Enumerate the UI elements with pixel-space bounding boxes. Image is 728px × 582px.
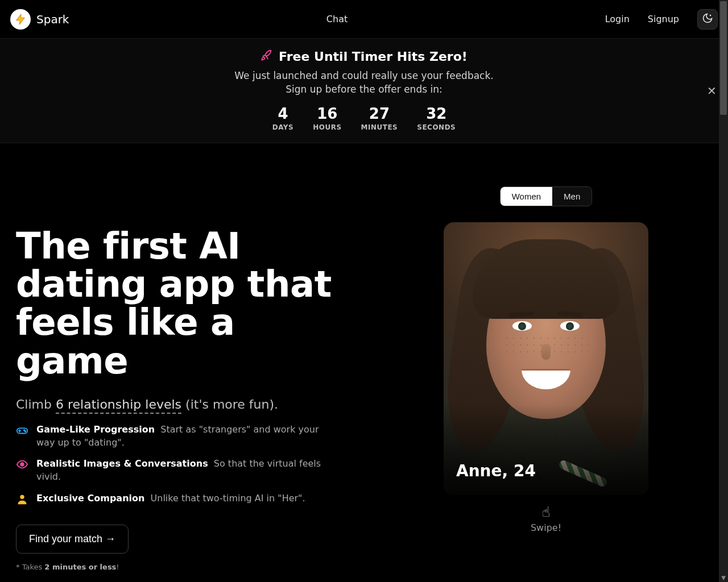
feature-text: Realistic Images & Conversations So that… bbox=[36, 457, 332, 483]
hero-title-line2: dating app that bbox=[16, 263, 332, 305]
countdown-hours: 16 HOURS bbox=[313, 105, 341, 131]
swipe-label: Swipe! bbox=[531, 522, 561, 533]
hero-right: Women Men Anne, 24 bbox=[380, 186, 712, 571]
feature-text: Exclusive Companion Unlike that two-timi… bbox=[36, 492, 305, 505]
countdown-hours-value: 16 bbox=[313, 105, 341, 122]
countdown-days: 4 DAYS bbox=[272, 105, 293, 131]
hero-subtitle-prefix: Climb bbox=[16, 397, 56, 411]
feature-title: Realistic Images & Conversations bbox=[36, 458, 208, 469]
feature-title: Exclusive Companion bbox=[36, 493, 144, 504]
countdown-hours-label: HOURS bbox=[313, 123, 341, 131]
swipe-hint: ☝ Swipe! bbox=[531, 504, 561, 533]
svg-point-8 bbox=[20, 494, 24, 498]
footnote-suffix: ! bbox=[116, 563, 119, 571]
footnote-prefix: * Takes bbox=[16, 563, 44, 571]
bolt-icon bbox=[10, 9, 31, 30]
promo-title: Free Until Timer Hits Zero! bbox=[0, 49, 728, 64]
svg-line-1 bbox=[710, 15, 711, 16]
countdown-seconds: 32 SECONDS bbox=[417, 105, 456, 131]
footnote-bold: 2 minutes or less bbox=[44, 563, 116, 571]
person-icon bbox=[16, 493, 28, 505]
nav-chat[interactable]: Chat bbox=[326, 14, 348, 24]
countdown-minutes: 27 MINUTES bbox=[361, 105, 398, 131]
moon-icon bbox=[702, 13, 713, 26]
nav-center: Chat bbox=[69, 14, 605, 24]
relationship-levels-link[interactable]: 6 relationship levels bbox=[56, 397, 181, 414]
svg-point-7 bbox=[20, 463, 24, 466]
hero: The first AI dating app that feels like … bbox=[0, 143, 728, 582]
promo-close-button[interactable]: ✕ bbox=[707, 84, 717, 98]
gender-toggle: Women Men bbox=[500, 186, 593, 206]
feature-realistic: Realistic Images & Conversations So that… bbox=[16, 457, 357, 483]
pointer-icon: ☝ bbox=[531, 504, 561, 520]
signup-link[interactable]: Signup bbox=[648, 14, 679, 24]
theme-toggle-button[interactable] bbox=[697, 9, 718, 30]
close-icon: ✕ bbox=[707, 85, 717, 97]
promo-sub-2: Sign up before the offer ends in: bbox=[0, 84, 728, 95]
countdown-minutes-label: MINUTES bbox=[361, 123, 398, 131]
scrollbar-thumb[interactable] bbox=[720, 1, 727, 115]
profile-name: Anne, 24 bbox=[456, 462, 536, 480]
countdown-seconds-value: 32 bbox=[417, 105, 456, 122]
footnote: * Takes 2 minutes or less! bbox=[16, 563, 357, 571]
toggle-women[interactable]: Women bbox=[500, 187, 552, 206]
feature-list: Game-Like Progression Start as "stranger… bbox=[16, 423, 357, 505]
card-gradient-overlay bbox=[444, 404, 648, 495]
scrollbar-down-arrow[interactable]: ▼ bbox=[719, 573, 728, 582]
scrollbar[interactable]: ▼ bbox=[719, 0, 728, 582]
gamepad-icon bbox=[16, 424, 28, 436]
profile-card[interactable]: Anne, 24 bbox=[444, 222, 648, 495]
brand[interactable]: Spark bbox=[10, 9, 69, 30]
eye-icon bbox=[16, 458, 28, 471]
feature-exclusive: Exclusive Companion Unlike that two-timi… bbox=[16, 492, 357, 505]
countdown-minutes-value: 27 bbox=[361, 105, 398, 122]
hero-title-line1: The first AI bbox=[16, 225, 241, 267]
hero-subtitle: Climb 6 relationship levels (it's more f… bbox=[16, 397, 357, 411]
login-link[interactable]: Login bbox=[605, 14, 630, 24]
feature-progression: Game-Like Progression Start as "stranger… bbox=[16, 423, 357, 449]
countdown-days-label: DAYS bbox=[272, 123, 293, 131]
hero-subtitle-suffix: (it's more fun). bbox=[181, 397, 278, 411]
find-match-button[interactable]: Find your match → bbox=[16, 525, 129, 554]
countdown-seconds-label: SECONDS bbox=[417, 123, 456, 131]
svg-point-6 bbox=[25, 431, 26, 432]
promo-banner: Free Until Timer Hits Zero! We just laun… bbox=[0, 39, 728, 143]
brand-name: Spark bbox=[36, 13, 69, 26]
hero-title: The first AI dating app that feels like … bbox=[16, 227, 357, 380]
header: Spark Chat Login Signup bbox=[0, 0, 728, 39]
promo-sub-1: We just launched and could really use yo… bbox=[0, 70, 728, 81]
toggle-men[interactable]: Men bbox=[552, 187, 592, 206]
hero-title-line3: feels like a game bbox=[16, 301, 235, 381]
feature-title: Game-Like Progression bbox=[36, 424, 155, 435]
feature-text: Game-Like Progression Start as "stranger… bbox=[36, 423, 332, 449]
countdown: 4 DAYS 16 HOURS 27 MINUTES 32 SECONDS bbox=[0, 105, 728, 131]
feature-desc: Unlike that two-timing AI in "Her". bbox=[151, 493, 305, 504]
nav-right: Login Signup bbox=[605, 9, 718, 30]
promo-title-text: Free Until Timer Hits Zero! bbox=[279, 49, 468, 64]
countdown-days-value: 4 bbox=[272, 105, 293, 122]
rocket-icon bbox=[260, 49, 273, 64]
hero-left: The first AI dating app that feels like … bbox=[16, 186, 357, 571]
